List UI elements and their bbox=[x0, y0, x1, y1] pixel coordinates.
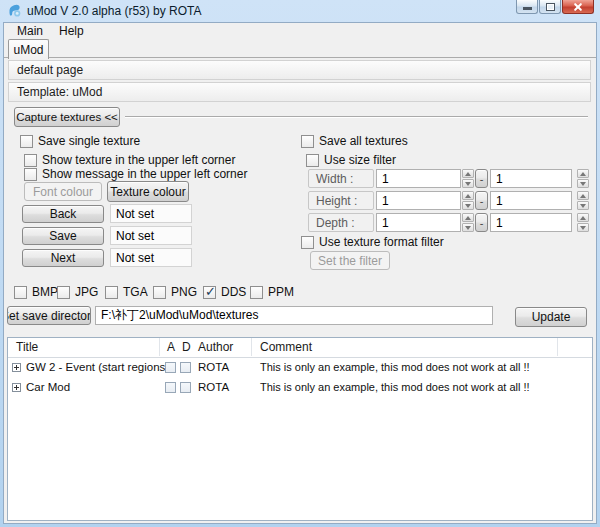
checkbox-label: Save all textures bbox=[319, 134, 408, 148]
save-button[interactable]: Save bbox=[22, 227, 104, 245]
spinner-down-icon[interactable] bbox=[462, 223, 474, 232]
bmp-checkbox[interactable]: BMP bbox=[14, 285, 58, 299]
checkbox-label: BMP bbox=[32, 285, 58, 299]
back-button[interactable]: Back bbox=[22, 205, 104, 223]
checkbox-box[interactable] bbox=[24, 154, 37, 167]
checkbox-box[interactable] bbox=[14, 286, 27, 299]
mod-author: ROTA bbox=[198, 361, 229, 373]
col-a[interactable]: A bbox=[167, 340, 175, 354]
depth-max-spinner[interactable] bbox=[577, 213, 589, 232]
png-checkbox[interactable]: PNG bbox=[153, 285, 197, 299]
checkbox-box[interactable] bbox=[24, 168, 37, 181]
mod-row-carmod[interactable]: Car Mod ROTA This is only an example, th… bbox=[8, 378, 592, 398]
checkbox-label: Use size filter bbox=[324, 153, 396, 167]
minimize-icon bbox=[523, 7, 532, 10]
font-colour-button[interactable]: Font colour bbox=[24, 182, 102, 201]
expand-icon[interactable] bbox=[12, 383, 21, 392]
width-min-spinner[interactable] bbox=[462, 169, 474, 188]
width-max-input[interactable]: 1 bbox=[490, 169, 572, 188]
save-value-field[interactable]: Not set bbox=[110, 226, 192, 245]
spinner-up-icon[interactable] bbox=[462, 169, 474, 178]
mod-list-header[interactable]: Title A D Author Comment bbox=[8, 338, 592, 358]
column-divider bbox=[251, 338, 252, 356]
spinner-up-icon[interactable] bbox=[462, 213, 474, 222]
spinner-down-icon[interactable] bbox=[577, 223, 589, 232]
checkbox-box[interactable] bbox=[306, 154, 319, 167]
checkbox-box[interactable] bbox=[57, 286, 70, 299]
mod-title[interactable]: GW 2 - Event (start regions) bbox=[26, 361, 169, 373]
spinner-down-icon[interactable] bbox=[462, 201, 474, 210]
tab-strip: uMod bbox=[4, 39, 596, 58]
checkbox-box[interactable] bbox=[203, 286, 216, 299]
window-title: uMod V 2.0 alpha (r53) by ROTA bbox=[27, 4, 202, 18]
use-texture-format-filter-checkbox[interactable]: Use texture format filter bbox=[301, 235, 444, 249]
height-min-spinner[interactable] bbox=[462, 191, 474, 210]
back-value-field[interactable]: Not set bbox=[110, 204, 192, 223]
width-min-input[interactable]: 1 bbox=[376, 169, 461, 188]
depth-min-input[interactable]: 1 bbox=[376, 213, 461, 232]
title-bar[interactable]: uMod V 2.0 alpha (r53) by ROTA bbox=[0, 0, 600, 22]
section-separator bbox=[125, 116, 588, 118]
mod-list[interactable]: Title A D Author Comment GW 2 - Event (s… bbox=[7, 337, 593, 521]
save-all-textures-checkbox[interactable]: Save all textures bbox=[301, 134, 408, 148]
mod-a-checkbox[interactable] bbox=[165, 362, 176, 373]
col-title[interactable]: Title bbox=[16, 340, 38, 354]
mod-author: ROTA bbox=[198, 381, 229, 393]
height-max-input[interactable]: 1 bbox=[490, 191, 572, 210]
checkbox-box[interactable] bbox=[20, 135, 33, 148]
spinner-up-icon[interactable] bbox=[577, 213, 589, 222]
checkbox-box[interactable] bbox=[301, 236, 314, 249]
mod-a-checkbox[interactable] bbox=[165, 382, 176, 393]
next-value-field[interactable]: Not set bbox=[110, 248, 192, 267]
depth-min-spinner[interactable] bbox=[462, 213, 474, 232]
tab-umod[interactable]: uMod bbox=[8, 39, 49, 59]
col-author[interactable]: Author bbox=[198, 340, 233, 354]
mod-title[interactable]: Car Mod bbox=[26, 381, 70, 393]
spinner-down-icon[interactable] bbox=[462, 179, 474, 188]
close-button[interactable] bbox=[562, 0, 594, 14]
save-single-texture-checkbox[interactable]: Save single texture bbox=[20, 134, 140, 148]
set-the-filter-button[interactable]: Set the filter bbox=[310, 251, 390, 270]
show-texture-checkbox[interactable]: Show texture in the upper left corner bbox=[24, 153, 235, 167]
spinner-up-icon[interactable] bbox=[577, 191, 589, 200]
spinner-up-icon[interactable] bbox=[577, 169, 589, 178]
col-d[interactable]: D bbox=[182, 340, 191, 354]
menu-main[interactable]: Main bbox=[10, 23, 50, 39]
dds-checkbox[interactable]: DDS bbox=[203, 285, 246, 299]
next-button[interactable]: Next bbox=[22, 249, 104, 267]
checkbox-box[interactable] bbox=[301, 135, 314, 148]
texture-colour-button[interactable]: Texture colour bbox=[107, 181, 189, 202]
template-header[interactable]: Template: uMod bbox=[8, 82, 591, 102]
jpg-checkbox[interactable]: JPG bbox=[57, 285, 98, 299]
tga-checkbox[interactable]: TGA bbox=[105, 285, 148, 299]
set-save-directory-button[interactable]: Set save directory bbox=[7, 306, 91, 325]
checkbox-box[interactable] bbox=[105, 286, 118, 299]
checkbox-label: Show texture in the upper left corner bbox=[42, 153, 235, 167]
mod-d-checkbox[interactable] bbox=[180, 382, 191, 393]
spinner-up-icon[interactable] bbox=[462, 191, 474, 200]
height-max-spinner[interactable] bbox=[577, 191, 589, 210]
show-message-checkbox[interactable]: Show message in the upper left corner bbox=[24, 167, 247, 181]
save-directory-path-field[interactable]: F:\补丁2\uMod\uMod\textures bbox=[95, 306, 493, 325]
maximize-button[interactable] bbox=[539, 0, 561, 14]
menu-help[interactable]: Help bbox=[52, 23, 91, 39]
col-comment[interactable]: Comment bbox=[260, 340, 312, 354]
mod-d-checkbox[interactable] bbox=[180, 362, 191, 373]
height-min-input[interactable]: 1 bbox=[376, 191, 461, 210]
checkbox-box[interactable] bbox=[250, 286, 263, 299]
spinner-down-icon[interactable] bbox=[577, 201, 589, 210]
capture-textures-toggle-button[interactable]: Capture textures << bbox=[14, 107, 120, 127]
depth-max-input[interactable]: 1 bbox=[490, 213, 572, 232]
expand-icon[interactable] bbox=[12, 363, 21, 372]
mod-row-gw2[interactable]: GW 2 - Event (start regions) ROTA This i… bbox=[8, 358, 592, 378]
client-area: Main Help uMod default page Template: uM… bbox=[3, 22, 597, 524]
use-size-filter-checkbox[interactable]: Use size filter bbox=[306, 153, 396, 167]
default-page-header[interactable]: default page bbox=[8, 60, 591, 80]
spinner-down-icon[interactable] bbox=[577, 179, 589, 188]
update-button[interactable]: Update bbox=[515, 307, 587, 327]
minimize-button[interactable] bbox=[516, 0, 538, 14]
column-divider bbox=[557, 338, 558, 356]
width-max-spinner[interactable] bbox=[577, 169, 589, 188]
ppm-checkbox[interactable]: PPM bbox=[250, 285, 294, 299]
checkbox-box[interactable] bbox=[153, 286, 166, 299]
